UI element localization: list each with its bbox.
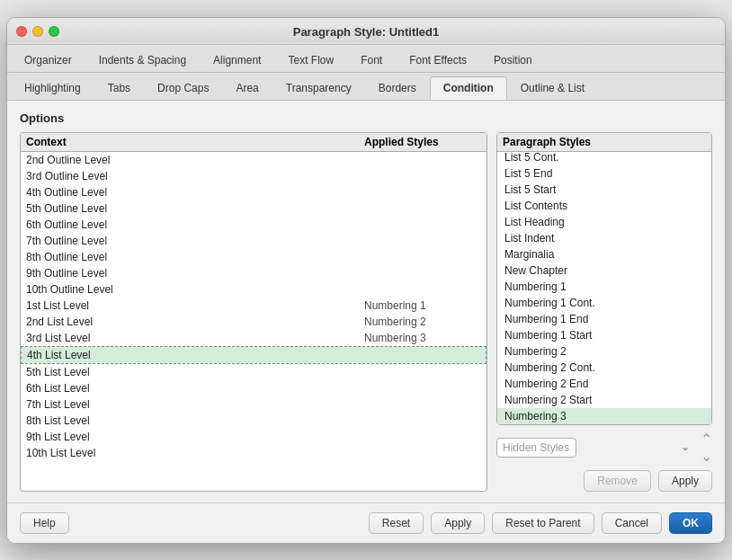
- list-item[interactable]: Numbering 1 End: [497, 311, 711, 327]
- list-item[interactable]: Numbering 1 Start: [497, 327, 711, 343]
- tab-text-flow[interactable]: Text Flow: [274, 49, 347, 72]
- reset-to-parent-button[interactable]: Reset to Parent: [492, 512, 594, 534]
- list-item[interactable]: Numbering 2 Start: [497, 392, 711, 408]
- hidden-styles-dropdown[interactable]: Hidden Styles: [496, 438, 576, 458]
- tab-condition[interactable]: Condition: [430, 76, 507, 100]
- tab-tabs[interactable]: Tabs: [94, 76, 144, 100]
- list-item[interactable]: List 5 Cont.: [497, 152, 711, 165]
- list-item[interactable]: List Contents: [497, 198, 711, 214]
- list-item[interactable]: 3rd Outline Level: [21, 168, 487, 184]
- list-item[interactable]: 8th Outline Level: [21, 249, 487, 265]
- title-bar-buttons: [16, 26, 59, 37]
- list-item[interactable]: Numbering 2 Cont.: [497, 360, 711, 376]
- list-item[interactable]: New Chapter: [497, 262, 711, 279]
- tab-borders[interactable]: Borders: [365, 76, 430, 100]
- list-item[interactable]: 5th List Level: [21, 364, 487, 380]
- tab-alignment[interactable]: Alignment: [200, 49, 274, 72]
- tab-drop-caps[interactable]: Drop Caps: [144, 76, 222, 100]
- dropdown-arrow-icon[interactable]: ⌃⌄: [701, 431, 712, 465]
- tabs-row-2: HighlightingTabsDrop CapsAreaTransparenc…: [7, 73, 725, 101]
- reset-button[interactable]: Reset: [369, 512, 424, 534]
- list-item[interactable]: List 5 Start: [497, 182, 711, 198]
- maximize-button[interactable]: [49, 26, 59, 37]
- applied-header: Applied Styles: [364, 136, 481, 148]
- dialog: Paragraph Style: Untitled1 OrganizerInde…: [6, 17, 726, 544]
- left-panel: Context Applied Styles 2nd Outline Level…: [20, 132, 487, 492]
- tab-organizer[interactable]: Organizer: [11, 49, 85, 72]
- list-item[interactable]: 7th List Level: [21, 396, 487, 413]
- list-item[interactable]: 7th Outline Level: [21, 233, 487, 249]
- tab-indents-and-spacing[interactable]: Indents & Spacing: [85, 49, 200, 72]
- bottom-bar-left: Help: [20, 512, 362, 534]
- minimize-button[interactable]: [32, 26, 43, 37]
- ok-button[interactable]: OK: [669, 512, 712, 534]
- left-list-header: Context Applied Styles: [21, 133, 487, 152]
- list-item[interactable]: List 5 End: [497, 165, 711, 182]
- tab-font-effects[interactable]: Font Effects: [396, 49, 480, 72]
- list-item[interactable]: Numbering 2: [497, 343, 711, 360]
- list-item[interactable]: Numbering 3: [497, 408, 711, 424]
- list-item[interactable]: Numbering 1 Cont.: [497, 295, 711, 311]
- paragraph-styles-box: Paragraph Styles List 5List 5 Cont.List …: [496, 132, 712, 425]
- list-item[interactable]: Numbering 1: [497, 279, 711, 295]
- panel-apply-button[interactable]: Apply: [658, 470, 712, 492]
- hidden-styles-dropdown-wrap: Hidden Styles: [496, 438, 695, 458]
- tab-area[interactable]: Area: [222, 76, 272, 100]
- paragraph-styles-list[interactable]: List 5List 5 Cont.List 5 EndList 5 Start…: [497, 152, 711, 424]
- tab-transparency[interactable]: Transparency: [272, 76, 365, 100]
- right-controls: Hidden Styles ⌃⌄: [496, 431, 712, 465]
- list-item[interactable]: 4th Outline Level: [21, 184, 487, 200]
- list-item[interactable]: 10th Outline Level: [21, 281, 487, 298]
- list-item[interactable]: Numbering 2 End: [497, 376, 711, 392]
- title-bar: Paragraph Style: Untitled1: [7, 18, 725, 45]
- list-item[interactable]: 2nd List LevelNumbering 2: [21, 314, 487, 330]
- list-item[interactable]: 6th Outline Level: [21, 217, 487, 233]
- list-item[interactable]: 9th List Level: [21, 429, 487, 445]
- list-item[interactable]: 2nd Outline Level: [21, 152, 487, 168]
- list-item[interactable]: 8th List Level: [21, 413, 487, 429]
- close-button[interactable]: [16, 26, 27, 37]
- apply-button[interactable]: Apply: [431, 512, 485, 534]
- bottom-bar: Help Reset Apply Reset to Parent Cancel …: [7, 502, 725, 543]
- list-item[interactable]: 9th Outline Level: [21, 265, 487, 281]
- remove-button[interactable]: Remove: [584, 470, 651, 492]
- lists-container: Context Applied Styles 2nd Outline Level…: [20, 132, 712, 492]
- tab-outline-and-list[interactable]: Outline & List: [507, 76, 598, 100]
- tabs-row-1: OrganizerIndents & SpacingAlignmentText …: [7, 45, 725, 73]
- context-header: Context: [26, 136, 364, 148]
- right-panel: Paragraph Styles List 5List 5 Cont.List …: [496, 132, 712, 492]
- content-area: Options Context Applied Styles 2nd Outli…: [7, 101, 725, 502]
- tab-font[interactable]: Font: [347, 49, 396, 72]
- list-item[interactable]: 5th Outline Level: [21, 200, 487, 217]
- help-button[interactable]: Help: [20, 512, 69, 534]
- bottom-bar-right: Reset Apply Reset to Parent Cancel OK: [369, 512, 712, 534]
- list-item[interactable]: 6th List Level: [21, 380, 487, 396]
- tab-highlighting[interactable]: Highlighting: [11, 76, 94, 100]
- remove-apply-row: Remove Apply: [496, 470, 712, 492]
- cancel-button[interactable]: Cancel: [602, 512, 662, 534]
- list-item[interactable]: 4th List Level: [21, 346, 487, 364]
- list-item[interactable]: List Indent: [497, 230, 711, 246]
- dialog-title: Paragraph Style: Untitled1: [293, 25, 440, 39]
- list-item[interactable]: List Heading: [497, 214, 711, 230]
- section-title: Options: [20, 111, 712, 125]
- list-item[interactable]: 10th List Level: [21, 445, 487, 461]
- tab-position[interactable]: Position: [480, 49, 546, 72]
- context-list[interactable]: 2nd Outline Level3rd Outline Level4th Ou…: [21, 152, 487, 491]
- paragraph-styles-header: Paragraph Styles: [497, 133, 711, 152]
- list-item[interactable]: Marginalia: [497, 246, 711, 262]
- list-item[interactable]: 1st List LevelNumbering 1: [21, 298, 487, 314]
- list-item[interactable]: 3rd List LevelNumbering 3: [21, 330, 487, 346]
